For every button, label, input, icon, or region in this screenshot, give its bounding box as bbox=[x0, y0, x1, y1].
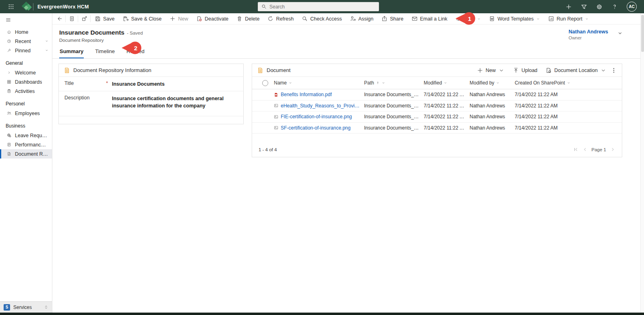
column-header-path[interactable]: Path bbox=[364, 80, 424, 86]
chev-down-icon bbox=[567, 81, 571, 85]
cell-created-on-sharepoint: 7/14/2022 11:22 AM bbox=[515, 92, 578, 97]
command-save[interactable]: Save bbox=[91, 13, 119, 24]
dashboards-icon bbox=[7, 80, 11, 84]
command-new[interactable]: New bbox=[166, 13, 192, 24]
command-label: Email a Link bbox=[420, 16, 447, 22]
sort-up-icon bbox=[376, 81, 380, 85]
filter-icon[interactable] bbox=[581, 4, 587, 10]
sidebar-collapse-button[interactable] bbox=[0, 13, 52, 27]
sidebar-item-welcome[interactable]: Welcome bbox=[0, 68, 52, 77]
form-selector-button[interactable] bbox=[66, 13, 78, 24]
sidebar-item-performance-reviews[interactable]: Performance Reviews bbox=[0, 140, 52, 149]
command-label: Deactivate bbox=[205, 16, 228, 22]
command-word-templates[interactable]: Word Templates bbox=[485, 13, 544, 24]
cell-modified-by: Nathan Andrews bbox=[470, 92, 515, 97]
document-name-link[interactable]: eHealth_Study_Reasons_to_Provide_Health_… bbox=[281, 103, 361, 109]
performance-reviews-icon bbox=[7, 142, 11, 147]
tab-summary[interactable]: Summary bbox=[59, 46, 84, 58]
table-row[interactable]: SF-certification-of-insurance.pngInsuran… bbox=[252, 123, 622, 134]
app-launcher-waffle-icon[interactable] bbox=[5, 4, 17, 10]
table-row[interactable]: eHealth_Study_Reasons_to_Provide_Health_… bbox=[252, 101, 622, 112]
owner-link[interactable]: Nathan Andrews bbox=[569, 29, 608, 35]
open-in-new-window-button[interactable] bbox=[78, 13, 90, 24]
command-check-access[interactable]: Check Access bbox=[298, 13, 346, 24]
command-share[interactable]: Share bbox=[377, 13, 407, 24]
column-header-modified[interactable]: Modified bbox=[424, 80, 470, 86]
form-tabs: Summary Timeline Related bbox=[52, 46, 644, 59]
table-row[interactable]: FIE-certification-of-insurance.pngInsura… bbox=[252, 111, 622, 123]
more-commands-icon[interactable] bbox=[611, 67, 617, 74]
sidebar-item-leave-requests[interactable]: Leave Requests bbox=[0, 131, 52, 140]
header-chevron-down-icon[interactable] bbox=[617, 30, 623, 36]
search-input[interactable] bbox=[269, 4, 375, 10]
sidebar-item-employees[interactable]: Employees bbox=[0, 109, 52, 118]
document-name-link[interactable]: Benefits Information.pdf bbox=[281, 92, 332, 97]
quick-create-plus-icon[interactable] bbox=[565, 4, 572, 10]
command-deactivate[interactable]: Deactivate bbox=[192, 13, 232, 24]
document-name-link[interactable]: FIE-certification-of-insurance.png bbox=[281, 114, 352, 119]
cell-modified: 7/14/2022 11:22 AM bbox=[424, 103, 470, 109]
command-delete[interactable]: Delete bbox=[232, 13, 263, 24]
previous-page-icon[interactable] bbox=[582, 147, 588, 152]
back-button[interactable] bbox=[53, 13, 65, 24]
command-run-report[interactable]: Run Report bbox=[544, 13, 593, 24]
column-header-modified-by[interactable]: Modified by bbox=[470, 80, 515, 86]
document-name-link[interactable]: SF-certification-of-insurance.png bbox=[281, 125, 350, 131]
area-switcher-services[interactable]: S Services bbox=[0, 301, 52, 313]
tab-timeline[interactable]: Timeline bbox=[95, 46, 115, 58]
grid-command-new[interactable]: New bbox=[477, 67, 505, 74]
command-flow[interactable]: Flow bbox=[451, 13, 485, 24]
field-description[interactable]: Description Insurance certification docu… bbox=[59, 91, 243, 116]
grid-command-document-location[interactable]: Document Location bbox=[545, 67, 607, 74]
command-email-a-link[interactable]: Email a Link bbox=[408, 13, 451, 24]
global-search-box[interactable] bbox=[258, 2, 379, 11]
svg-text:PDF: PDF bbox=[275, 94, 277, 95]
info-card-title: Document Repository Information bbox=[73, 67, 151, 73]
settings-gear-icon[interactable] bbox=[596, 4, 603, 10]
sidebar-group-general: General bbox=[0, 55, 52, 68]
chev-down-icon bbox=[443, 81, 447, 85]
help-icon[interactable] bbox=[611, 4, 618, 10]
command-label: Share bbox=[390, 16, 403, 22]
command-assign[interactable]: Assign bbox=[346, 13, 378, 24]
column-label: Modified bbox=[424, 80, 442, 86]
scrollbar-thumb[interactable] bbox=[641, 15, 644, 52]
field-description-value[interactable]: Insurance certification documents and ge… bbox=[112, 95, 238, 113]
word-templates-icon bbox=[489, 16, 495, 22]
sidebar-item-pinned[interactable]: Pinned bbox=[0, 46, 52, 55]
command-save-close[interactable]: Save & Close bbox=[119, 13, 166, 24]
grid-footer: 1 - 4 of 4 Page 1 bbox=[252, 147, 622, 157]
sidebar-item-activities[interactable]: Activities bbox=[0, 86, 52, 96]
field-title-value[interactable]: Insurance Documents bbox=[112, 80, 238, 88]
sidebar-item-label: Pinned bbox=[15, 48, 31, 54]
sidebar-item-document-repositor[interactable]: Document Repositor... bbox=[0, 149, 52, 159]
plus-icon bbox=[170, 16, 176, 22]
run-report-icon bbox=[548, 16, 554, 22]
column-header-name[interactable]: Name bbox=[274, 80, 364, 86]
cell-path: Insurance Documents_BB7312... bbox=[364, 114, 424, 119]
next-page-icon[interactable] bbox=[610, 147, 615, 152]
share-icon bbox=[381, 16, 387, 22]
grid-command-upload[interactable]: Upload bbox=[513, 67, 538, 74]
scrollbar-track[interactable] bbox=[640, 13, 644, 313]
column-label: Created On SharePoint bbox=[515, 80, 565, 86]
field-title[interactable]: Title * Insurance Documents bbox=[59, 77, 243, 91]
cell-modified-by: Nathan Andrews bbox=[470, 125, 515, 131]
save-status: - Saved bbox=[127, 31, 143, 35]
sidebar-item-recent[interactable]: Recent bbox=[0, 37, 52, 46]
chev-down-icon bbox=[45, 39, 49, 43]
tab-related[interactable]: Related bbox=[126, 46, 145, 58]
first-page-icon[interactable] bbox=[573, 147, 578, 152]
brand-divider bbox=[33, 3, 33, 10]
command-refresh[interactable]: Refresh bbox=[263, 13, 298, 24]
employees-icon bbox=[7, 111, 11, 115]
select-all-checkbox[interactable] bbox=[262, 80, 268, 86]
sidebar-item-dashboards[interactable]: Dashboards bbox=[0, 77, 52, 86]
column-header-created-on-sharepoint[interactable]: Created On SharePoint bbox=[515, 80, 578, 86]
table-row[interactable]: PDFBenefits Information.pdfInsurance Doc… bbox=[252, 89, 622, 101]
sidebar-item-home[interactable]: Home bbox=[0, 27, 52, 37]
page-indicator: Page 1 bbox=[592, 147, 606, 152]
user-avatar[interactable]: AC bbox=[627, 2, 637, 12]
area-switcher-label: Services bbox=[13, 305, 32, 310]
command-label: Check Access bbox=[310, 16, 342, 22]
